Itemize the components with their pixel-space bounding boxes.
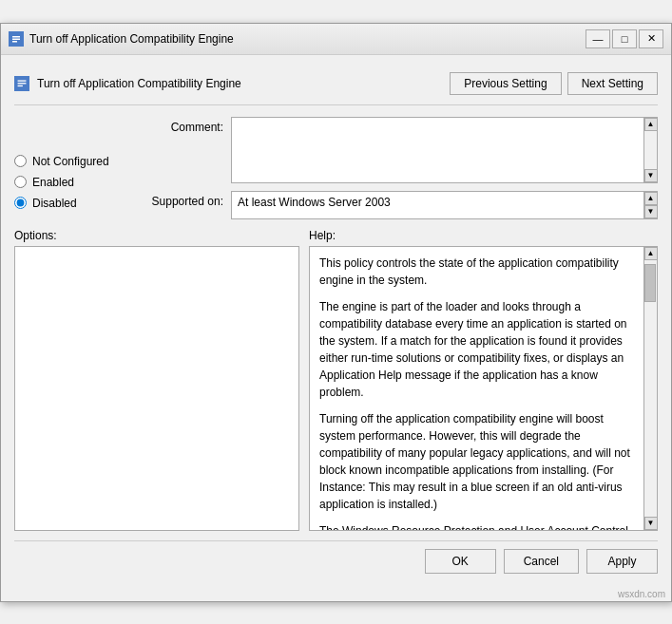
supported-wrapper: At least Windows Server 2003 ▲ ▼ <box>231 191 658 219</box>
help-scroll-down[interactable]: ▼ <box>644 517 658 530</box>
comment-scroll-down[interactable]: ▼ <box>644 169 658 182</box>
supported-label: Supported on: <box>138 191 223 208</box>
comment-row: Comment: ▲ ▼ <box>138 117 658 183</box>
help-scroll-up[interactable]: ▲ <box>644 247 658 260</box>
svg-rect-6 <box>18 83 27 84</box>
help-scroll-track[interactable] <box>644 260 657 517</box>
comment-wrapper: ▲ ▼ <box>231 117 658 183</box>
cancel-button[interactable]: Cancel <box>504 549 579 574</box>
svg-rect-1 <box>12 36 20 38</box>
help-p3: Turning off the application compatibilit… <box>319 410 640 513</box>
options-help-section: Options: Help: This policy controls the … <box>14 229 658 531</box>
radio-group: Not Configured Enabled Disabled <box>14 117 128 219</box>
watermark: wsxdn.com <box>1 587 671 601</box>
supported-field-content: At least Windows Server 2003 ▲ ▼ <box>231 191 658 219</box>
comment-scroll-up[interactable]: ▲ <box>644 118 658 131</box>
supported-row: Supported on: At least Windows Server 20… <box>138 191 658 219</box>
radio-disabled-input[interactable] <box>14 197 27 209</box>
maximize-button[interactable]: □ <box>612 29 637 48</box>
form-section: Not Configured Enabled Disabled Comment: <box>14 117 658 219</box>
help-label: Help: <box>309 229 658 242</box>
radio-disabled[interactable]: Disabled <box>14 197 128 210</box>
svg-rect-3 <box>12 41 17 43</box>
sub-header-left: Turn off Application Compatibility Engin… <box>14 76 241 91</box>
comment-label: Comment: <box>138 117 223 134</box>
title-bar-buttons: — □ ✕ <box>586 29 663 48</box>
supported-scroll-up[interactable]: ▲ <box>644 192 658 205</box>
radio-enabled[interactable]: Enabled <box>14 176 128 189</box>
sub-header-buttons: Previous Setting Next Setting <box>450 72 658 95</box>
svg-rect-5 <box>18 80 27 81</box>
help-p2: The engine is part of the loader and loo… <box>319 298 640 401</box>
minimize-button[interactable]: — <box>586 29 610 48</box>
supported-scroll-down[interactable]: ▼ <box>644 205 658 218</box>
comment-field-content: ▲ ▼ <box>231 117 658 183</box>
radio-not-configured[interactable]: Not Configured <box>14 155 128 168</box>
window-icon <box>9 31 24 47</box>
ok-button[interactable]: OK <box>425 549 496 574</box>
radio-not-configured-input[interactable] <box>14 155 27 167</box>
previous-setting-button[interactable]: Previous Setting <box>450 72 561 95</box>
content-area: Turn off Application Compatibility Engin… <box>1 55 671 587</box>
options-box <box>14 246 299 531</box>
window-title: Turn off Application Compatibility Engin… <box>29 32 580 46</box>
radio-enabled-input[interactable] <box>14 176 27 188</box>
footer-buttons: OK Cancel Apply <box>14 540 658 574</box>
supported-scrollbar[interactable]: ▲ ▼ <box>643 192 657 218</box>
options-panel: Options: <box>14 229 299 531</box>
supported-value: At least Windows Server 2003 <box>232 192 643 218</box>
sub-header-title: Turn off Application Compatibility Engin… <box>37 77 241 90</box>
comment-scrollbar[interactable]: ▲ ▼ <box>643 118 657 182</box>
comment-textarea[interactable] <box>232 118 643 182</box>
help-p1: This policy controls the state of the ap… <box>319 255 640 289</box>
svg-rect-7 <box>18 85 23 85</box>
apply-button[interactable]: Apply <box>586 549 658 574</box>
options-label: Options: <box>14 229 299 242</box>
svg-rect-2 <box>12 38 20 40</box>
radio-enabled-label: Enabled <box>32 176 74 189</box>
close-button[interactable]: ✕ <box>639 29 663 48</box>
title-bar: Turn off Application Compatibility Engin… <box>1 24 671 55</box>
sub-header: Turn off Application Compatibility Engin… <box>14 65 658 105</box>
policy-icon <box>14 76 29 91</box>
help-box-wrapper: This policy controls the state of the ap… <box>309 246 658 531</box>
main-window: Turn off Application Compatibility Engin… <box>0 23 672 602</box>
help-panel: Help: This policy controls the state of … <box>309 229 658 531</box>
help-scroll-thumb[interactable] <box>644 264 656 302</box>
radio-disabled-label: Disabled <box>32 197 77 210</box>
help-scrollbar[interactable]: ▲ ▼ <box>643 247 657 530</box>
help-p4: The Windows Resource Protection and User… <box>319 522 640 530</box>
help-text: This policy controls the state of the ap… <box>310 247 657 530</box>
radio-not-configured-label: Not Configured <box>32 155 109 168</box>
right-section: Comment: ▲ ▼ Support <box>138 117 658 219</box>
next-setting-button[interactable]: Next Setting <box>567 72 658 95</box>
